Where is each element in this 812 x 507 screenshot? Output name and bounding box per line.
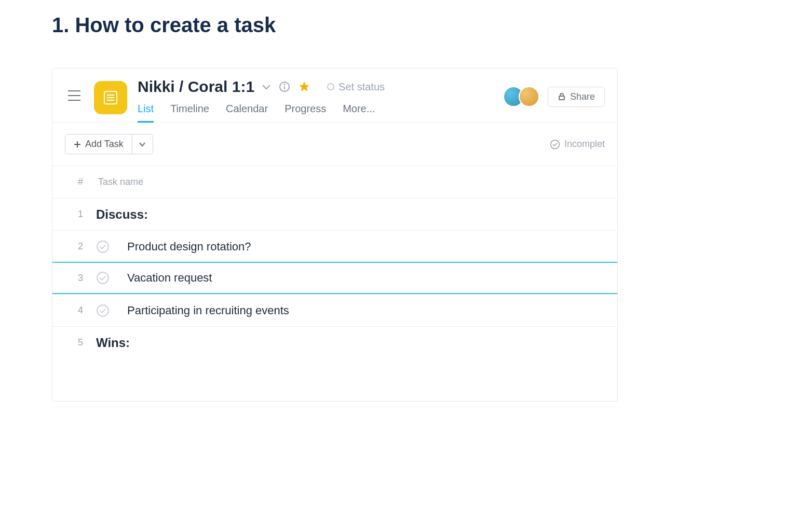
- set-status-label: Set status: [339, 81, 385, 93]
- header-right: Share: [503, 86, 605, 107]
- row-number: 1: [65, 209, 96, 220]
- svg-point-9: [285, 84, 285, 85]
- task-row[interactable]: 2Product design rotation?: [52, 230, 617, 262]
- share-label: Share: [570, 91, 595, 102]
- incomplete-filter[interactable]: Incomplet: [550, 139, 605, 150]
- tab-progress[interactable]: Progress: [285, 103, 326, 122]
- avatar-stack[interactable]: [503, 86, 539, 107]
- tab-calendar[interactable]: Calendar: [226, 103, 268, 122]
- add-task-label: Add Task: [85, 139, 124, 150]
- tab-more-[interactable]: More...: [343, 103, 375, 122]
- svg-point-16: [97, 272, 109, 284]
- svg-point-14: [551, 140, 560, 149]
- project-title[interactable]: Nikki / Coral 1:1: [138, 78, 254, 96]
- col-name: Task name: [96, 177, 605, 188]
- section-name[interactable]: Wins:: [96, 336, 605, 350]
- plus-icon: [74, 141, 81, 148]
- complete-checkbox[interactable]: [96, 271, 127, 285]
- info-icon[interactable]: [278, 81, 291, 93]
- svg-point-15: [97, 241, 109, 252]
- header-main: Nikki / Coral 1:1: [138, 78, 493, 122]
- add-task-group: Add Task: [65, 134, 153, 154]
- check-circle-icon[interactable]: [96, 240, 110, 254]
- lock-icon: [558, 92, 566, 101]
- row-number: 5: [65, 337, 96, 348]
- task-row[interactable]: 5Wins:: [52, 326, 617, 358]
- task-name[interactable]: Vacation request: [127, 271, 605, 285]
- hamburger-icon[interactable]: [65, 86, 84, 105]
- task-row[interactable]: 4Participating in recruiting events: [52, 294, 617, 326]
- tab-list[interactable]: List: [138, 103, 154, 122]
- toolbar: Add Task Incomplet: [52, 123, 617, 166]
- section-name[interactable]: Discuss:: [96, 207, 605, 222]
- row-number: 2: [65, 241, 96, 252]
- tab-timeline[interactable]: Timeline: [170, 103, 209, 122]
- project-icon[interactable]: [94, 81, 127, 114]
- title-row: Nikki / Coral 1:1: [138, 78, 493, 96]
- svg-rect-11: [559, 96, 564, 100]
- col-num: #: [65, 177, 96, 188]
- task-name[interactable]: Product design rotation?: [127, 240, 605, 254]
- filter-label: Incomplet: [564, 139, 605, 150]
- complete-checkbox[interactable]: [96, 304, 127, 317]
- add-task-button[interactable]: Add Task: [65, 134, 132, 154]
- star-icon[interactable]: [298, 81, 310, 93]
- chevron-down-icon: [139, 142, 146, 147]
- add-task-dropdown[interactable]: [132, 134, 153, 154]
- app-frame: Nikki / Coral 1:1: [52, 68, 618, 402]
- app-header: Nikki / Coral 1:1: [52, 69, 617, 123]
- task-name[interactable]: Participating in recruiting events: [127, 304, 605, 317]
- share-button[interactable]: Share: [548, 87, 605, 107]
- task-row[interactable]: 1Discuss:: [52, 198, 617, 230]
- avatar[interactable]: [519, 86, 539, 107]
- check-circle-icon[interactable]: [96, 304, 110, 317]
- check-circle-icon: [550, 139, 560, 150]
- check-circle-icon[interactable]: [96, 271, 110, 285]
- page-heading: 1. How to create a task: [52, 14, 760, 37]
- svg-marker-10: [299, 82, 309, 91]
- svg-point-17: [97, 305, 109, 316]
- view-tabs: ListTimelineCalendarProgressMore...: [138, 103, 493, 122]
- task-row[interactable]: 3Vacation request: [52, 262, 617, 294]
- row-number: 3: [65, 273, 96, 284]
- chevron-down-icon[interactable]: [262, 84, 271, 90]
- complete-checkbox[interactable]: [96, 240, 127, 254]
- set-status-button[interactable]: Set status: [327, 81, 385, 93]
- table-header-row: # Task name: [52, 166, 617, 198]
- task-table: # Task name 1Discuss:2Product design rot…: [52, 166, 617, 358]
- row-number: 4: [65, 305, 96, 316]
- status-dot-icon: [327, 83, 334, 90]
